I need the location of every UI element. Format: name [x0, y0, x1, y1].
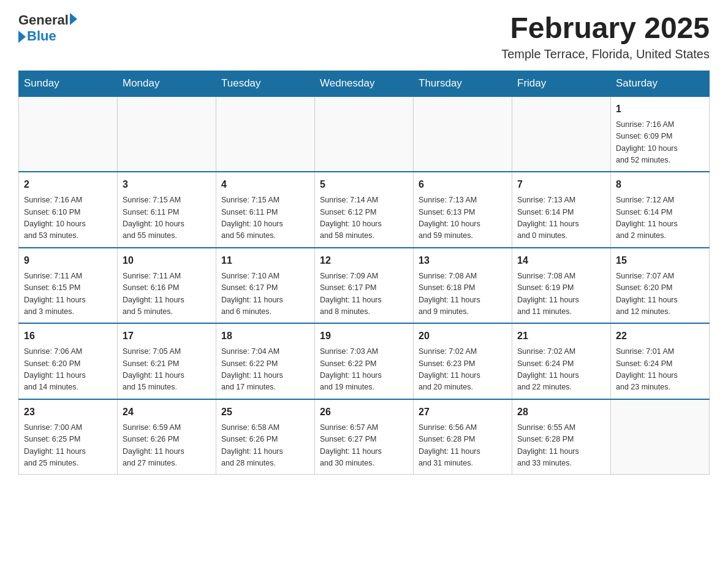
calendar-cell	[315, 96, 414, 172]
calendar-cell: 9Sunrise: 7:11 AMSunset: 6:15 PMDaylight…	[19, 248, 118, 324]
day-number: 10	[123, 253, 211, 268]
calendar-table: SundayMondayTuesdayWednesdayThursdayFrid…	[18, 71, 710, 475]
day-info: Sunrise: 7:11 AMSunset: 6:15 PMDaylight:…	[24, 270, 112, 318]
day-number: 4	[221, 177, 309, 192]
day-info: Sunrise: 7:02 AMSunset: 6:24 PMDaylight:…	[517, 346, 605, 394]
day-info: Sunrise: 7:02 AMSunset: 6:23 PMDaylight:…	[419, 346, 507, 394]
weekday-header-wednesday: Wednesday	[315, 71, 414, 96]
calendar-cell: 3Sunrise: 7:15 AMSunset: 6:11 PMDaylight…	[118, 172, 216, 248]
weekday-header-saturday: Saturday	[611, 71, 710, 96]
calendar-cell: 1Sunrise: 7:16 AMSunset: 6:09 PMDaylight…	[611, 96, 710, 172]
calendar-cell	[611, 399, 710, 475]
calendar-cell: 5Sunrise: 7:14 AMSunset: 6:12 PMDaylight…	[315, 172, 414, 248]
calendar-cell: 10Sunrise: 7:11 AMSunset: 6:16 PMDayligh…	[118, 248, 216, 324]
calendar-week-row: 23Sunrise: 7:00 AMSunset: 6:25 PMDayligh…	[19, 399, 710, 475]
day-number: 23	[24, 405, 112, 419]
day-info: Sunrise: 7:16 AMSunset: 6:09 PMDaylight:…	[616, 119, 704, 167]
day-info: Sunrise: 6:57 AMSunset: 6:27 PMDaylight:…	[320, 422, 408, 470]
day-number: 6	[419, 177, 507, 192]
title-section: February 2025 Temple Terrace, Florida, U…	[501, 12, 710, 61]
day-number: 12	[320, 253, 408, 268]
calendar-cell: 11Sunrise: 7:10 AMSunset: 6:17 PMDayligh…	[216, 248, 315, 324]
logo-arrow-icon-2	[18, 31, 26, 43]
day-info: Sunrise: 7:08 AMSunset: 6:18 PMDaylight:…	[419, 270, 507, 318]
day-number: 11	[221, 253, 309, 268]
calendar-subtitle: Temple Terrace, Florida, United States	[501, 47, 710, 61]
calendar-week-row: 16Sunrise: 7:06 AMSunset: 6:20 PMDayligh…	[19, 323, 710, 399]
day-info: Sunrise: 6:58 AMSunset: 6:26 PMDaylight:…	[221, 422, 309, 470]
day-number: 26	[320, 405, 408, 419]
calendar-cell: 27Sunrise: 6:56 AMSunset: 6:28 PMDayligh…	[414, 399, 512, 475]
calendar-cell: 4Sunrise: 7:15 AMSunset: 6:11 PMDaylight…	[216, 172, 315, 248]
calendar-cell: 28Sunrise: 6:55 AMSunset: 6:28 PMDayligh…	[512, 399, 611, 475]
day-number: 3	[123, 177, 211, 192]
day-info: Sunrise: 7:07 AMSunset: 6:20 PMDaylight:…	[616, 270, 704, 318]
day-info: Sunrise: 7:08 AMSunset: 6:19 PMDaylight:…	[517, 270, 605, 318]
calendar-cell: 8Sunrise: 7:12 AMSunset: 6:14 PMDaylight…	[611, 172, 710, 248]
day-number: 25	[221, 405, 309, 419]
day-number: 1	[616, 102, 704, 117]
day-info: Sunrise: 7:14 AMSunset: 6:12 PMDaylight:…	[320, 194, 408, 242]
day-number: 14	[517, 253, 605, 268]
calendar-cell	[512, 96, 611, 172]
calendar-cell	[414, 96, 512, 172]
day-info: Sunrise: 6:56 AMSunset: 6:28 PMDaylight:…	[419, 422, 507, 470]
calendar-cell: 25Sunrise: 6:58 AMSunset: 6:26 PMDayligh…	[216, 399, 315, 475]
day-info: Sunrise: 7:03 AMSunset: 6:22 PMDaylight:…	[320, 346, 408, 394]
day-info: Sunrise: 7:09 AMSunset: 6:17 PMDaylight:…	[320, 270, 408, 318]
calendar-cell: 21Sunrise: 7:02 AMSunset: 6:24 PMDayligh…	[512, 323, 611, 399]
day-info: Sunrise: 7:15 AMSunset: 6:11 PMDaylight:…	[221, 194, 309, 242]
day-info: Sunrise: 6:59 AMSunset: 6:26 PMDaylight:…	[123, 422, 211, 470]
day-number: 18	[221, 329, 309, 343]
calendar-cell: 22Sunrise: 7:01 AMSunset: 6:24 PMDayligh…	[611, 323, 710, 399]
day-info: Sunrise: 7:15 AMSunset: 6:11 PMDaylight:…	[123, 194, 211, 242]
day-info: Sunrise: 7:05 AMSunset: 6:21 PMDaylight:…	[123, 346, 211, 394]
weekday-header-monday: Monday	[118, 71, 216, 96]
day-info: Sunrise: 7:13 AMSunset: 6:13 PMDaylight:…	[419, 194, 507, 242]
day-number: 28	[517, 405, 605, 419]
day-info: Sunrise: 7:01 AMSunset: 6:24 PMDaylight:…	[616, 346, 704, 394]
day-info: Sunrise: 7:10 AMSunset: 6:17 PMDaylight:…	[221, 270, 309, 318]
calendar-cell: 12Sunrise: 7:09 AMSunset: 6:17 PMDayligh…	[315, 248, 414, 324]
day-number: 2	[24, 177, 112, 192]
day-number: 20	[419, 329, 507, 343]
logo-arrow-icon	[70, 13, 77, 25]
weekday-header-thursday: Thursday	[414, 71, 512, 96]
calendar-title: February 2025	[501, 12, 710, 45]
day-number: 13	[419, 253, 507, 268]
calendar-cell: 20Sunrise: 7:02 AMSunset: 6:23 PMDayligh…	[414, 323, 512, 399]
calendar-cell: 14Sunrise: 7:08 AMSunset: 6:19 PMDayligh…	[512, 248, 611, 324]
page-header: General Blue February 2025 Temple Terrac…	[18, 12, 710, 61]
day-number: 7	[517, 177, 605, 192]
day-number: 17	[123, 329, 211, 343]
calendar-cell: 13Sunrise: 7:08 AMSunset: 6:18 PMDayligh…	[414, 248, 512, 324]
calendar-cell: 16Sunrise: 7:06 AMSunset: 6:20 PMDayligh…	[19, 323, 118, 399]
calendar-cell	[216, 96, 315, 172]
weekday-header-friday: Friday	[512, 71, 611, 96]
logo-text-general: General	[18, 12, 69, 28]
calendar-cell	[118, 96, 216, 172]
day-number: 27	[419, 405, 507, 419]
calendar-cell	[19, 96, 118, 172]
day-info: Sunrise: 7:16 AMSunset: 6:10 PMDaylight:…	[24, 194, 112, 242]
day-number: 5	[320, 177, 408, 192]
day-number: 15	[616, 253, 704, 268]
day-number: 22	[616, 329, 704, 343]
calendar-cell: 15Sunrise: 7:07 AMSunset: 6:20 PMDayligh…	[611, 248, 710, 324]
logo: General Blue	[18, 12, 77, 45]
calendar-cell: 18Sunrise: 7:04 AMSunset: 6:22 PMDayligh…	[216, 323, 315, 399]
calendar-cell: 26Sunrise: 6:57 AMSunset: 6:27 PMDayligh…	[315, 399, 414, 475]
day-info: Sunrise: 7:12 AMSunset: 6:14 PMDaylight:…	[616, 194, 704, 242]
day-number: 24	[123, 405, 211, 419]
calendar-cell: 23Sunrise: 7:00 AMSunset: 6:25 PMDayligh…	[19, 399, 118, 475]
weekday-header-row: SundayMondayTuesdayWednesdayThursdayFrid…	[19, 71, 710, 96]
day-info: Sunrise: 7:13 AMSunset: 6:14 PMDaylight:…	[517, 194, 605, 242]
day-number: 9	[24, 253, 112, 268]
day-number: 21	[517, 329, 605, 343]
calendar-week-row: 2Sunrise: 7:16 AMSunset: 6:10 PMDaylight…	[19, 172, 710, 248]
calendar-cell: 17Sunrise: 7:05 AMSunset: 6:21 PMDayligh…	[118, 323, 216, 399]
day-info: Sunrise: 7:04 AMSunset: 6:22 PMDaylight:…	[221, 346, 309, 394]
weekday-header-tuesday: Tuesday	[216, 71, 315, 96]
calendar-cell: 7Sunrise: 7:13 AMSunset: 6:14 PMDaylight…	[512, 172, 611, 248]
logo-text-blue: Blue	[27, 28, 56, 44]
